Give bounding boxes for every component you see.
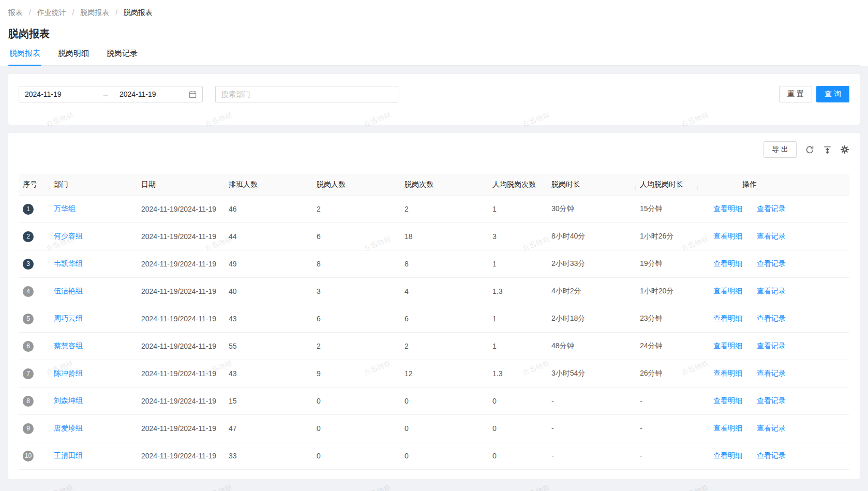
off-duration-cell: - (547, 397, 636, 405)
avg-off-duration-cell: 15分钟 (636, 204, 698, 214)
reload-icon[interactable] (805, 145, 814, 154)
date-start-input[interactable] (25, 90, 91, 98)
column-header-department: 部门 (50, 180, 137, 189)
tab-offduty-record[interactable]: 脱岗记录 (106, 49, 139, 65)
view-detail-link[interactable]: 查看明细 (713, 424, 742, 433)
avg-off-times-cell: 1 (488, 342, 547, 350)
department-cell: 万华组 (50, 204, 137, 214)
page-header: 报表 / 作业统计 / 脱岗报表 / 脱岗报表 脱岗报表 脱岗报表 脱岗明细 脱… (0, 0, 868, 66)
settings-icon[interactable] (840, 145, 849, 154)
department-search-input[interactable] (215, 86, 398, 102)
row-actions: 查看明细查看记录 (698, 424, 801, 433)
date-cell: 2024-11-19/2024-11-19 (137, 205, 225, 213)
off-people-cell: 2 (312, 342, 400, 350)
breadcrumb-separator: / (29, 8, 31, 17)
department-cell: 周巧云组 (50, 314, 137, 323)
view-record-link[interactable]: 查看记录 (757, 287, 786, 296)
avg-off-duration-cell: 26分钟 (636, 369, 698, 378)
index-cell: 3 (19, 259, 50, 270)
off-people-cell: 0 (312, 424, 400, 433)
view-record-link[interactable]: 查看记录 (757, 424, 786, 433)
view-record-link[interactable]: 查看记录 (757, 341, 786, 351)
off-times-cell: 0 (400, 452, 488, 460)
export-button[interactable]: 导 出 (764, 141, 797, 158)
department-link[interactable]: 陈冲龄组 (54, 369, 83, 377)
view-record-link[interactable]: 查看记录 (757, 369, 786, 378)
offduty-report-table: 序号 部门 日期 排班人数 脱岗人数 脱岗次数 人均脱岗次数 脱岗时长 人均脱岗… (19, 174, 849, 470)
table-row: 2 何少容组 2024-11-19/2024-11-19 44 6 18 3 8… (19, 223, 849, 250)
date-range-picker[interactable]: → (19, 86, 203, 102)
view-detail-link[interactable]: 查看明细 (713, 204, 742, 214)
table-row: 7 陈冲龄组 2024-11-19/2024-11-19 43 9 12 1.3… (19, 360, 849, 388)
view-record-link[interactable]: 查看记录 (757, 451, 786, 460)
filter-card: → 重 置 查 询 (8, 74, 860, 125)
view-detail-link[interactable]: 查看明细 (713, 232, 742, 241)
row-actions: 查看明细查看记录 (698, 232, 801, 241)
date-cell: 2024-11-19/2024-11-19 (137, 315, 225, 323)
view-record-link[interactable]: 查看记录 (757, 259, 786, 269)
department-link[interactable]: 唐爱珍组 (54, 424, 83, 432)
column-header-off-people: 脱岗人数 (312, 180, 400, 189)
avg-off-times-cell: 1.3 (488, 287, 547, 295)
off-duration-cell: 2小时33分 (547, 259, 636, 269)
off-duration-cell: - (547, 424, 636, 433)
index-cell: 6 (19, 341, 50, 352)
date-end-input[interactable] (119, 90, 186, 98)
row-index-badge: 9 (23, 423, 34, 434)
scheduled-cell: 43 (225, 315, 312, 323)
view-detail-link[interactable]: 查看明细 (713, 451, 742, 460)
scheduled-cell: 44 (225, 232, 312, 241)
department-link[interactable]: 周巧云组 (54, 314, 83, 322)
tab-offduty-detail[interactable]: 脱岗明细 (57, 49, 90, 65)
view-detail-link[interactable]: 查看明细 (713, 341, 742, 351)
avg-off-times-cell: 1 (488, 205, 547, 213)
view-record-link[interactable]: 查看记录 (757, 314, 786, 323)
table-header-row: 序号 部门 日期 排班人数 脱岗人数 脱岗次数 人均脱岗次数 脱岗时长 人均脱岗… (19, 174, 849, 196)
off-times-cell: 6 (400, 315, 488, 323)
view-detail-link[interactable]: 查看明细 (713, 369, 742, 378)
view-record-link[interactable]: 查看记录 (757, 232, 786, 241)
off-people-cell: 6 (312, 232, 400, 241)
view-detail-link[interactable]: 查看明细 (713, 287, 742, 296)
avg-off-duration-cell: 23分钟 (636, 314, 698, 323)
row-actions: 查看明细查看记录 (698, 341, 801, 351)
off-duration-cell: 4小时2分 (547, 287, 636, 296)
column-header-off-times: 脱岗次数 (400, 180, 488, 189)
department-link[interactable]: 万华组 (54, 204, 76, 213)
off-people-cell: 8 (312, 260, 400, 268)
view-record-link[interactable]: 查看记录 (757, 396, 786, 406)
row-index-badge: 1 (23, 204, 34, 215)
query-button[interactable]: 查 询 (816, 86, 849, 102)
index-cell: 7 (19, 368, 50, 379)
breadcrumb-item-reports[interactable]: 报表 (8, 8, 23, 17)
row-index-badge: 2 (23, 231, 34, 242)
department-link[interactable]: 蔡慧容组 (54, 341, 83, 350)
department-link[interactable]: 伍洁艳组 (54, 287, 83, 295)
off-people-cell: 0 (312, 397, 400, 405)
department-link[interactable]: 韦凯华组 (54, 259, 83, 267)
tab-offduty-report[interactable]: 脱岗报表 (8, 49, 41, 65)
avg-off-duration-cell: - (636, 452, 698, 460)
view-detail-link[interactable]: 查看明细 (713, 314, 742, 323)
off-times-cell: 4 (400, 287, 488, 295)
department-link[interactable]: 刘森坤组 (54, 396, 83, 405)
row-index-badge: 8 (23, 396, 34, 407)
index-cell: 8 (19, 396, 50, 407)
department-link[interactable]: 王清田组 (54, 451, 83, 459)
reset-button[interactable]: 重 置 (779, 86, 812, 102)
view-detail-link[interactable]: 查看明细 (713, 259, 742, 269)
row-index-badge: 7 (23, 368, 34, 379)
avg-off-times-cell: 0 (488, 452, 547, 460)
column-header-date: 日期 (137, 180, 225, 189)
view-detail-link[interactable]: 查看明细 (713, 396, 742, 406)
table-row: 8 刘森坤组 2024-11-19/2024-11-19 15 0 0 0 - … (19, 388, 849, 415)
table-row: 5 周巧云组 2024-11-19/2024-11-19 43 6 6 1 2小… (19, 305, 849, 333)
column-header-scheduled: 排班人数 (225, 180, 312, 189)
column-height-icon[interactable] (822, 145, 832, 154)
off-people-cell: 9 (312, 369, 400, 378)
view-record-link[interactable]: 查看记录 (757, 204, 786, 214)
breadcrumb-item-job-statistics[interactable]: 作业统计 (37, 8, 66, 17)
breadcrumb-item-offduty-report[interactable]: 脱岗报表 (80, 8, 109, 17)
department-link[interactable]: 何少容组 (54, 232, 83, 240)
date-cell: 2024-11-19/2024-11-19 (137, 342, 225, 350)
